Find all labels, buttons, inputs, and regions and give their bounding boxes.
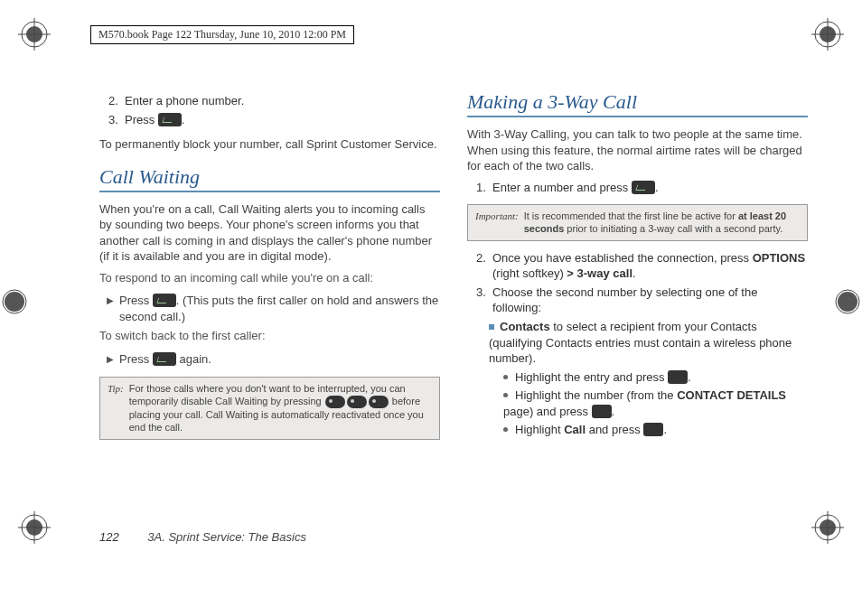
step-item: 3. Choose the second number by selecting…: [476, 285, 808, 316]
lead-text: To respond to an incoming call while you…: [99, 270, 440, 286]
ok-key-icon: [668, 370, 688, 384]
tip-label: Tip:: [100, 378, 127, 439]
text: Once you have established the connection…: [492, 251, 753, 265]
text: Press: [119, 294, 153, 307]
text: .: [663, 423, 667, 436]
heading-3way-call: Making a 3-Way Call: [467, 90, 808, 114]
heading-call-waiting: Call Waiting: [99, 165, 440, 189]
text: Highlight: [515, 423, 564, 436]
text: .: [655, 181, 659, 194]
sub-bullet-item: Highlight Call and press .: [503, 422, 808, 438]
text: prior to initiating a 3-way call with a …: [564, 223, 782, 234]
sub-bullet-item: Highlight the number (from the CONTACT D…: [503, 387, 808, 419]
text: Highlight the entry and press: [515, 370, 668, 384]
key-icon: [347, 396, 367, 408]
text: .: [688, 370, 691, 384]
text-bold: 3-way call: [574, 266, 632, 280]
dot-bullet-icon: [503, 375, 508, 379]
text: (right softkey): [492, 266, 567, 280]
step-text: Enter a phone number.: [125, 93, 440, 109]
step-item: 2. Enter a phone number.: [108, 93, 440, 109]
step-text: Choose the second number by selecting on…: [492, 285, 808, 316]
step-number: 2.: [476, 250, 492, 282]
right-column: Making a 3-Way Call With 3-Way Calling, …: [467, 90, 808, 526]
important-label: Important:: [468, 205, 522, 240]
text: page) and press: [503, 405, 592, 418]
text: Highlight the number (from the: [515, 388, 677, 402]
ok-key-icon: [592, 405, 612, 418]
bullet-item: Contacts to select a recipient from your…: [489, 319, 808, 367]
step-text: Press .: [125, 112, 440, 128]
important-body: It is recommended that the first line be…: [522, 205, 807, 240]
talk-key-icon: [158, 113, 182, 126]
step-item: 3. Press .: [108, 112, 440, 128]
step-number: 1.: [476, 180, 492, 196]
page-footer: 122 3A. Sprint Service: The Basics: [99, 530, 306, 544]
step-text: Enter a number and press .: [492, 180, 808, 196]
tip-box: Tip: For those calls where you don't wan…: [99, 377, 440, 440]
document-header-meta: M570.book Page 122 Thursday, June 10, 20…: [90, 25, 354, 44]
paragraph: To permanently block your number, call S…: [99, 136, 440, 153]
tip-body: For those calls where you don't want to …: [127, 378, 439, 439]
talk-key-icon: [632, 181, 655, 194]
text: Press: [125, 113, 158, 126]
text-bold: CONTACT DETAILS: [677, 388, 786, 402]
important-box: Important: It is recommended that the fi…: [467, 204, 808, 241]
instruction-item: ▶ Press again.: [107, 351, 440, 368]
svg-point-18: [838, 292, 857, 312]
text: It is recommended that the first line be…: [524, 210, 738, 221]
instruction-item: ▶ Press . (This puts the first caller on…: [107, 293, 440, 324]
crop-mark-icon: [2, 289, 27, 314]
crop-mark-icon: [811, 511, 844, 544]
text: Press: [119, 352, 153, 366]
left-column: 2. Enter a phone number. 3. Press . To p…: [99, 90, 440, 526]
breadcrumb-separator: >: [567, 266, 574, 280]
step-item: 1. Enter a number and press .: [476, 180, 808, 196]
paragraph: With 3-Way Calling, you can talk to two …: [467, 126, 808, 174]
text: and press: [586, 423, 643, 436]
square-bullet-icon: [489, 324, 494, 330]
step-number: 2.: [108, 93, 125, 109]
paragraph: When you're on a call, Call Waiting aler…: [99, 201, 440, 265]
step-text: Once you have established the connection…: [492, 250, 808, 282]
sub-bullet-item: Highlight the entry and press .: [503, 369, 808, 386]
text: again.: [176, 352, 211, 366]
dot-bullet-icon: [503, 427, 508, 432]
section-rule: [99, 191, 440, 192]
ok-key-icon: [643, 423, 663, 436]
triangle-bullet-icon: ▶: [107, 351, 119, 368]
text-bold: Contacts: [500, 320, 550, 333]
step-number: 3.: [476, 285, 492, 316]
crop-mark-icon: [18, 511, 51, 544]
chapter-title: 3A. Sprint Service: The Basics: [147, 530, 306, 544]
key-icon: [325, 396, 345, 408]
crop-mark-icon: [835, 289, 860, 314]
crop-mark-icon: [811, 18, 844, 51]
talk-key-icon: [153, 352, 176, 366]
svg-point-16: [5, 292, 24, 312]
instruction-text: Press again.: [119, 351, 440, 368]
step-number: 3.: [108, 112, 125, 128]
page-content: 2. Enter a phone number. 3. Press . To p…: [99, 90, 808, 526]
text-bold: Call: [564, 423, 586, 436]
lead-text: To switch back to the first caller:: [99, 328, 440, 344]
key-icon: [369, 396, 389, 408]
page-number: 122: [99, 530, 119, 544]
text: .: [182, 113, 185, 126]
text: Enter a number and press: [492, 181, 632, 194]
dot-bullet-icon: [503, 393, 508, 397]
triangle-bullet-icon: ▶: [107, 293, 119, 324]
crop-mark-icon: [18, 18, 51, 51]
section-rule: [467, 116, 808, 117]
text: .: [632, 266, 636, 280]
talk-key-icon: [153, 294, 176, 307]
step-item: 2. Once you have established the connect…: [476, 250, 808, 282]
instruction-text: Press . (This puts the first caller on h…: [119, 293, 440, 324]
text-bold: OPTIONS: [753, 251, 806, 265]
text: .: [612, 405, 615, 418]
